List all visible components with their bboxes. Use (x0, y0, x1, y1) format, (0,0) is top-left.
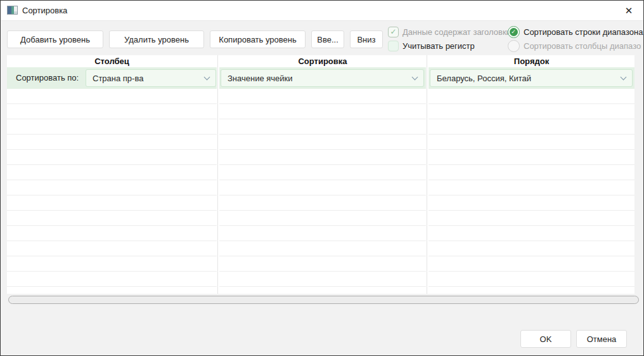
move-down-button[interactable]: Вниз (350, 30, 383, 48)
column-header-sorting: Сортировка (219, 56, 426, 67)
add-level-button[interactable]: Добавить уровень (7, 30, 103, 48)
sorting-select[interactable]: Значение ячейки (221, 69, 424, 87)
case-sensitive-label: Учитывать регистр (402, 41, 475, 52)
sort-by-label: Сортировать по: (16, 67, 79, 89)
column-divider (427, 55, 427, 294)
sort-dialog: Сортировка ✕ Добавить уровень Удалить ур… (0, 0, 644, 356)
column-header-order: Порядок (428, 56, 634, 67)
column-divider (217, 55, 218, 294)
dialog-title: Сортировка (22, 1, 67, 21)
cancel-button[interactable]: Отмена (576, 330, 627, 348)
column-header-column: Столбец (7, 56, 217, 67)
delete-level-button[interactable]: Удалить уровень (109, 30, 204, 48)
copy-level-button[interactable]: Копировать уровень (210, 30, 306, 48)
close-icon[interactable]: ✕ (621, 3, 637, 18)
sort-rows-label: Сортировать строки диапазона (524, 27, 643, 38)
order-select[interactable]: Беларусь, Россия, Китай (430, 69, 633, 87)
move-up-button[interactable]: Вве... (311, 30, 344, 48)
sort-rows-radio[interactable]: ✓ (508, 26, 520, 38)
app-icon (7, 6, 18, 15)
column-select-value: Страна пр-ва (93, 74, 143, 83)
order-select-value: Беларусь, Россия, Китай (437, 74, 531, 83)
empty-rows-sorting (219, 89, 426, 294)
check-icon: ✓ (389, 27, 398, 37)
chevron-down-icon (204, 74, 210, 80)
ok-button[interactable]: OK (520, 330, 571, 348)
has-headers-label: Данные содержат заголовки (402, 27, 511, 38)
has-headers-checkbox[interactable]: ✓ (388, 27, 399, 37)
title-bar: Сортировка ✕ (1, 1, 643, 21)
case-sensitive-checkbox[interactable] (388, 41, 399, 51)
column-select[interactable]: Страна пр-ва (86, 69, 216, 87)
horizontal-scrollbar[interactable] (8, 296, 639, 304)
sort-columns-label: Сортировать столбцы диапазон (524, 41, 641, 52)
sort-columns-radio[interactable] (508, 40, 520, 52)
chevron-down-icon (621, 74, 627, 80)
chevron-down-icon (412, 74, 418, 80)
radio-check-icon: ✓ (510, 28, 518, 36)
empty-rows-column (7, 89, 217, 294)
empty-rows-order (428, 89, 634, 294)
sorting-select-value: Значение ячейки (228, 74, 293, 83)
